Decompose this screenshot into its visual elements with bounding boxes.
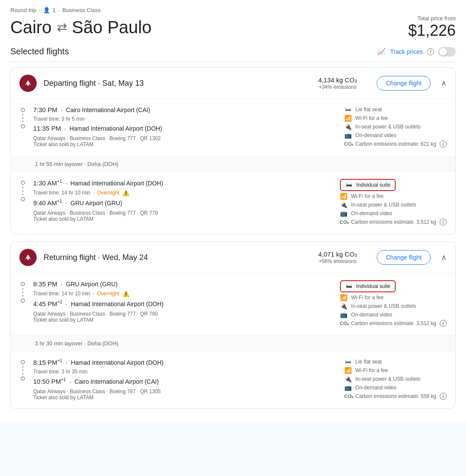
airline-info-1: Qatar Airways · Business Class · Boeing … xyxy=(33,135,337,147)
origin-city: Cairo xyxy=(10,18,52,37)
amenity-wifi-3: 📶 Wi-Fi for a fee xyxy=(340,294,447,301)
travel-time-1: Travel time: 3 hr 5 min xyxy=(33,116,337,122)
dep-time-1: 7:30 PM xyxy=(33,106,57,113)
travel-time-2: Travel time: 14 hr 10 min · Overnight ⚠️ xyxy=(33,189,333,196)
header-title-row: Cairo ⇄ São Paulo Total price from $1,22… xyxy=(10,15,456,40)
arr-dot-3 xyxy=(21,298,25,303)
departing-leg1-amenities: 🛏 Lie flat seat 📶 Wi-Fi for a fee 🔌 In-s… xyxy=(344,106,447,149)
co2-info-icon-2[interactable]: i xyxy=(440,219,447,225)
arr-time-1: 11:35 PM xyxy=(33,125,61,132)
track-prices-toggle[interactable] xyxy=(438,47,456,56)
dep-dot-1 xyxy=(21,108,25,112)
arr-stop-row-3: 4:45 PM+1 · Hamad International Airport … xyxy=(33,300,333,307)
cabin-class: Business Class xyxy=(62,7,101,13)
timeline-dots-4 xyxy=(19,358,26,381)
travel-time-3: Travel time: 14 hr 10 min · Overnight ⚠️ xyxy=(33,290,333,297)
amenity-wifi-label-2: Wi-Fi for a fee xyxy=(351,193,384,199)
arr-airport-1: Hamad International Airport (DOH) xyxy=(69,125,162,132)
returning-emissions-pct: +56% emissions xyxy=(305,258,370,264)
amenity-power-label-2: In-seat power & USB outlets xyxy=(351,202,416,208)
returning-change-flight-button[interactable]: Change flight xyxy=(377,250,431,265)
returning-leg-2: 8:15 PM+1 · Hamad International Airport … xyxy=(11,351,455,408)
timeline-line-4 xyxy=(22,366,23,375)
amenity-seat-label: Lie flat seat xyxy=(356,106,382,113)
amenity-video-1: 📺 On-demand video xyxy=(344,132,447,139)
amenity-wifi-2: 📶 Wi-Fi for a fee xyxy=(340,193,447,200)
returning-flight-card: Returning flight · Wed, May 24 4,071 kg … xyxy=(10,241,456,409)
returning-flight-header: Returning flight · Wed, May 24 4,071 kg … xyxy=(11,242,455,273)
amenity-wifi-label-3: Wi-Fi for a fee xyxy=(351,294,384,301)
co2-info-icon-3[interactable]: i xyxy=(440,320,447,327)
amenity-seat-4: 🛏 Lie flat seat xyxy=(344,358,447,365)
amenity-power-2: 🔌 In-seat power & USB outlets xyxy=(340,201,447,208)
qatar-airways-logo xyxy=(19,75,37,92)
power-icon-3: 🔌 xyxy=(340,303,348,310)
video-icon-2: 📺 xyxy=(340,210,348,217)
departing-flight-card: Departing flight · Sat, May 13 4,134 kg … xyxy=(10,67,456,235)
arr-time-4: 10:50 PM+1 xyxy=(33,377,66,385)
suite-icon-1: 🛏 xyxy=(345,182,353,188)
price-label: Total price from xyxy=(408,15,456,22)
arr-stop-row-4: 10:50 PM+1 · Cairo International Airport… xyxy=(33,377,337,385)
amenity-video-2: 📺 On-demand video xyxy=(340,210,447,217)
price-block: Total price from $1,226 xyxy=(408,15,456,40)
returning-leg2-info: 8:15 PM+1 · Hamad International Airport … xyxy=(33,358,337,401)
amenity-co2-4: CO₂ Carbon emissions estimate: 558 kg i xyxy=(344,393,447,400)
suite-icon-2: 🛏 xyxy=(345,283,353,290)
dep-time-4: 8:15 PM+1 xyxy=(33,358,62,366)
amenity-video-label-3: On-demand video xyxy=(351,312,392,318)
video-icon-4: 📺 xyxy=(344,384,352,391)
track-prices-icon: 📈 xyxy=(377,47,386,56)
track-prices-info-icon[interactable]: i xyxy=(427,48,434,55)
amenity-video-label: On-demand video xyxy=(356,132,397,138)
route-title: Cairo ⇄ São Paulo xyxy=(10,18,151,37)
travel-time-4: Travel time: 3 hr 35 min xyxy=(33,369,337,375)
arr-time-3: 4:45 PM+1 xyxy=(33,300,62,307)
arr-dot-4 xyxy=(21,376,25,381)
amenity-power-3: 🔌 In-seat power & USB outlets xyxy=(340,303,447,310)
arr-airport-3: Hamad International Airport (DOH) xyxy=(71,301,164,307)
departing-leg1-timeline: 7:30 PM · Cairo International Airport (C… xyxy=(19,106,337,149)
co2-info-icon[interactable]: i xyxy=(440,141,447,147)
departing-collapse-icon[interactable]: ∧ xyxy=(441,78,447,88)
departing-flight-title-block: Departing flight · Sat, May 13 xyxy=(44,79,298,88)
seat-icon-4: 🛏 xyxy=(344,358,352,365)
departing-emissions: 4,134 kg CO₂ +34% emissions xyxy=(305,76,370,90)
power-icon-4: 🔌 xyxy=(344,376,352,382)
departing-flight-title: Departing flight · Sat, May 13 xyxy=(44,79,144,88)
timeline-dots-2 xyxy=(19,179,26,201)
returning-leg-1: 8:35 PM · GRU Airport (GRU) Travel time:… xyxy=(11,273,455,336)
amenity-power-label: In-seat power & USB outlets xyxy=(356,124,421,130)
video-icon: 📺 xyxy=(344,132,352,139)
amenity-wifi-label-4: Wi-Fi for a fee xyxy=(356,367,388,373)
dep-dot-3 xyxy=(21,282,25,286)
dep-time-2: 1:30 AM+1 xyxy=(33,179,62,187)
co2-info-icon-4[interactable]: i xyxy=(440,393,447,400)
wifi-icon-2: 📶 xyxy=(340,193,348,200)
amenity-video-3: 📺 On-demand video xyxy=(340,311,447,318)
returning-emissions: 4,071 kg CO₂ +56% emissions xyxy=(305,251,370,264)
departing-leg-1: 7:30 PM · Cairo International Airport (C… xyxy=(11,99,455,157)
dep-airport-4: Hamad International Airport (DOH) xyxy=(71,359,164,366)
video-icon-3: 📺 xyxy=(340,311,348,318)
track-prices-label[interactable]: Track prices xyxy=(390,48,423,55)
airline-info-3: Qatar Airways · Business Class · Boeing … xyxy=(33,311,333,323)
departing-change-flight-button[interactable]: Change flight xyxy=(377,76,431,91)
wifi-icon-3: 📶 xyxy=(340,294,348,301)
returning-leg2-timeline: 8:15 PM+1 · Hamad International Airport … xyxy=(19,358,337,401)
individual-suite-badge-2: 🛏 Individual suite xyxy=(340,280,396,292)
power-icon: 🔌 xyxy=(344,123,352,130)
amenity-co2-3: CO₂ Carbon emissions estimate: 3,512 kg … xyxy=(340,320,447,327)
suite-label-1: Individual suite xyxy=(356,182,390,188)
timeline-dots-1 xyxy=(19,106,26,128)
arr-time-2: 9:40 AM+1 xyxy=(33,199,62,207)
returning-collapse-icon[interactable]: ∧ xyxy=(441,253,447,262)
departing-leg2-timeline: 1:30 AM+1 · Hamad International Airport … xyxy=(19,179,333,227)
departing-leg1-info: 7:30 PM · Cairo International Airport (C… xyxy=(33,106,337,147)
departing-leg2-info: 1:30 AM+1 · Hamad International Airport … xyxy=(33,179,333,222)
dep-stop-row-3: 8:35 PM · GRU Airport (GRU) xyxy=(33,280,333,288)
warning-icon-2: ⚠️ xyxy=(122,290,129,297)
co2-icon-2: CO₂ xyxy=(340,219,348,225)
suite-label-2: Individual suite xyxy=(356,283,390,289)
departing-leg2-amenities: 🛏 Individual suite 📶 Wi-Fi for a fee 🔌 I… xyxy=(340,179,447,227)
